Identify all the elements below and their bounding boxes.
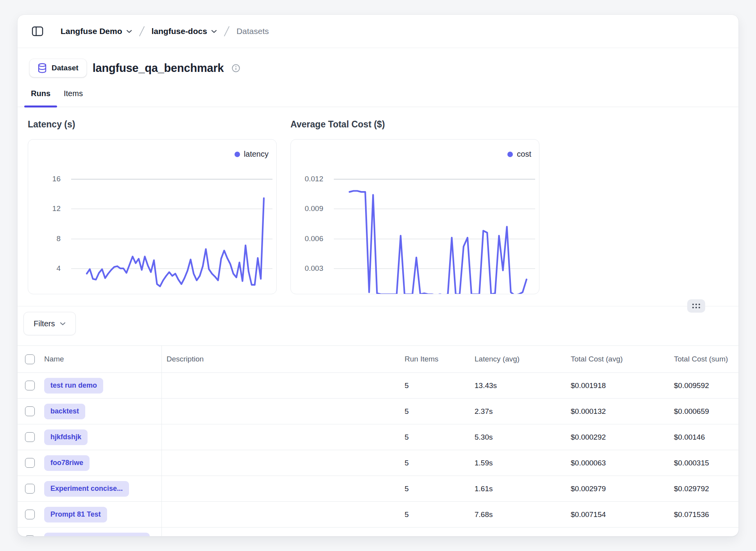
breadcrumb-org-label: Langfuse Demo — [61, 27, 122, 36]
breadcrumb-datasets-link[interactable]: Datasets — [236, 27, 269, 36]
latency-avg-cell: 1.59s — [475, 450, 571, 476]
latency-line-series — [28, 140, 277, 294]
total-cost-avg-cell: $0.000292 — [571, 424, 674, 450]
total-cost-avg-cell: $0.000063 — [571, 450, 674, 476]
description-cell — [162, 528, 405, 537]
total-cost-sum-cell — [674, 528, 738, 537]
column-header-total-cost-avg[interactable]: Total Cost (avg) — [571, 346, 674, 372]
panel-left-icon — [32, 26, 43, 37]
description-cell — [162, 450, 405, 476]
sidebar-toggle-button[interactable] — [29, 23, 46, 39]
cost-line-series — [291, 140, 539, 294]
breadcrumb-project-dropdown[interactable]: langfuse-docs — [152, 27, 217, 36]
row-select-cell — [18, 399, 43, 424]
column-header-run-items[interactable]: Run Items — [405, 346, 475, 372]
grip-dots-icon — [692, 304, 700, 308]
row-checkbox[interactable] — [25, 406, 35, 416]
breadcrumb-org-dropdown[interactable]: Langfuse Demo — [61, 27, 132, 36]
main-card: Langfuse Demo langfuse-docs Datasets Dat… — [17, 14, 739, 537]
row-select-cell — [18, 528, 43, 537]
database-icon — [38, 63, 47, 73]
select-all-cell — [18, 346, 43, 372]
chevron-down-icon — [211, 30, 217, 33]
table-row-partial[interactable] — [18, 528, 738, 537]
total-cost-sum-cell: $0.000315 — [674, 450, 738, 476]
run-name-pill[interactable]: hjkfdshjk — [44, 429, 88, 445]
run-items-cell: 5 — [405, 424, 475, 450]
legend-label: latency — [244, 150, 269, 159]
latency-avg-cell: 5.30s — [475, 424, 571, 450]
legend-dot-icon — [235, 152, 240, 157]
table-row[interactable]: backtest52.37s$0.000132$0.000659 — [18, 399, 738, 424]
row-select-cell — [18, 450, 43, 476]
tab-items[interactable]: Items — [57, 88, 90, 107]
run-name-cell — [43, 528, 162, 537]
select-all-checkbox[interactable] — [25, 354, 35, 364]
legend-dot-icon — [507, 152, 513, 157]
total-cost-sum-cell: $0.00146 — [674, 424, 738, 450]
tab-runs[interactable]: Runs — [24, 88, 57, 107]
run-name-pill[interactable]: backtest — [44, 404, 85, 419]
panel-divider — [18, 306, 738, 306]
row-checkbox[interactable] — [25, 458, 35, 468]
run-name-pill[interactable]: test run demo — [44, 378, 103, 394]
info-icon[interactable] — [231, 64, 240, 73]
table-row[interactable]: foo78riwe51.59s$0.000063$0.000315 — [18, 450, 738, 476]
filters-section: Filters — [23, 312, 738, 335]
row-checkbox[interactable] — [25, 432, 35, 442]
run-name-cell: Experiment concise... — [43, 476, 162, 501]
drag-handle[interactable] — [687, 299, 705, 313]
run-items-cell: 5 — [405, 502, 475, 527]
row-checkbox[interactable] — [25, 535, 35, 537]
run-name-cell: Prompt 81 Test — [43, 502, 162, 527]
tab-bar: Runs Items — [18, 88, 738, 107]
filters-button[interactable]: Filters — [23, 312, 76, 335]
total-cost-avg-cell: $0.001918 — [571, 373, 674, 398]
cost-chart-legend: cost — [507, 150, 531, 159]
page-header: Dataset langfuse_qa_benchmark — [29, 59, 738, 77]
row-checkbox[interactable] — [25, 484, 35, 494]
table-row[interactable]: Prompt 81 Test57.68s$0.007154$0.071536 — [18, 502, 738, 528]
breadcrumb-datasets-label: Datasets — [236, 27, 269, 36]
latency-chart-title: Latency (s) — [28, 119, 277, 130]
description-cell — [162, 373, 405, 398]
total-cost-sum-cell: $0.029792 — [674, 476, 738, 501]
run-name-cell: hjkfdshjk — [43, 424, 162, 450]
row-select-cell — [18, 476, 43, 501]
row-checkbox[interactable] — [25, 381, 35, 390]
total-cost-sum-cell: $0.009592 — [674, 373, 738, 398]
column-header-total-cost-sum[interactable]: Total Cost (sum) — [674, 346, 738, 372]
breadcrumb-separator — [223, 25, 230, 37]
latency-avg-cell: 7.68s — [475, 502, 571, 527]
table-row[interactable]: hjkfdshjk55.30s$0.000292$0.00146 — [18, 424, 738, 450]
run-name-pill[interactable]: Experiment concise... — [44, 481, 129, 497]
run-name-pill[interactable]: Prompt 81 Test — [44, 507, 107, 522]
breadcrumb-separator — [138, 25, 145, 37]
row-select-cell — [18, 424, 43, 450]
run-name-pill[interactable] — [44, 533, 150, 537]
cost-chart: cost 0.0120.0090.0060.003 — [290, 139, 539, 294]
column-header-name[interactable]: Name — [43, 346, 162, 372]
row-select-cell — [18, 502, 43, 527]
run-name-pill[interactable]: foo78riwe — [44, 455, 90, 471]
row-checkbox[interactable] — [25, 510, 35, 519]
legend-label: cost — [517, 150, 531, 159]
description-cell — [162, 399, 405, 424]
table-body: test run demo513.43s$0.001918$0.009592ba… — [18, 373, 738, 537]
dataset-badge-label: Dataset — [52, 64, 79, 72]
table-row[interactable]: test run demo513.43s$0.001918$0.009592 — [18, 373, 738, 399]
latency-avg-cell: 1.61s — [475, 476, 571, 501]
charts-section: Latency (s) latency 161284 Average Total… — [18, 119, 738, 294]
column-header-latency-avg[interactable]: Latency (avg) — [475, 346, 571, 372]
total-cost-sum-cell: $0.000659 — [674, 399, 738, 424]
dataset-badge: Dataset — [29, 59, 87, 77]
latency-avg-cell: 2.37s — [475, 399, 571, 424]
total-cost-avg-cell: $0.000132 — [571, 399, 674, 424]
column-header-description[interactable]: Description — [162, 346, 405, 372]
run-items-cell: 5 — [405, 373, 475, 398]
latency-chart: latency 161284 — [28, 139, 277, 294]
latency-chart-legend: latency — [235, 150, 269, 159]
description-cell — [162, 424, 405, 450]
run-name-cell: foo78riwe — [43, 450, 162, 476]
table-row[interactable]: Experiment concise...51.61s$0.002979$0.0… — [18, 476, 738, 502]
